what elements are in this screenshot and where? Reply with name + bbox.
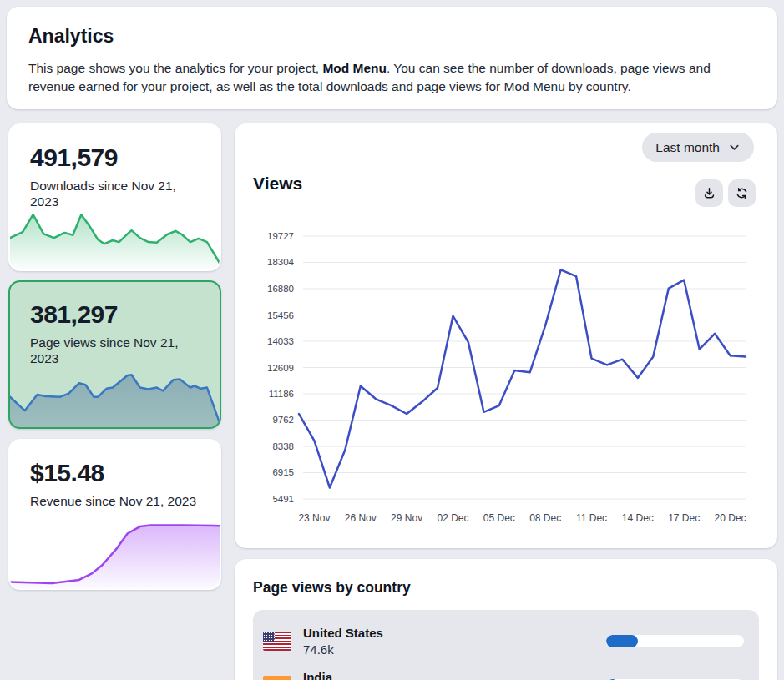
svg-text:5491: 5491 bbox=[272, 494, 294, 504]
revenue-sparkline bbox=[10, 518, 220, 588]
svg-text:14033: 14033 bbox=[267, 336, 294, 346]
download-icon bbox=[702, 186, 716, 200]
date-range-label: Last month bbox=[655, 140, 720, 155]
country-row-india: India bbox=[263, 663, 744, 680]
svg-text:08 Dec: 08 Dec bbox=[529, 512, 561, 524]
analytics-header-card: Analytics This page shows you the analyt… bbox=[7, 7, 777, 109]
svg-text:14 Dec: 14 Dec bbox=[622, 512, 654, 524]
chart-title: Views bbox=[253, 174, 302, 194]
svg-text:15456: 15456 bbox=[267, 310, 294, 320]
pageviews-count: 381,297 bbox=[30, 300, 200, 329]
svg-text:05 Dec: 05 Dec bbox=[483, 512, 515, 524]
download-button[interactable] bbox=[695, 179, 723, 207]
project-name: Mod Menu bbox=[322, 61, 387, 75]
country-row-united-states: United States 74.6k bbox=[263, 619, 744, 663]
revenue-amount: $15.48 bbox=[30, 459, 200, 487]
views-chart-card: 1972718304168801545614033126091118697628… bbox=[235, 123, 777, 548]
page-title: Analytics bbox=[28, 25, 756, 48]
stat-card-downloads[interactable]: 491,579 Downloads since Nov 21, 2023 bbox=[8, 123, 221, 271]
pageviews-label: Page views since Nov 21, 2023 bbox=[30, 335, 197, 367]
us-flag-icon bbox=[263, 632, 291, 651]
country-name: India bbox=[303, 670, 332, 680]
svg-text:11186: 11186 bbox=[269, 389, 294, 399]
country-panel-title: Page views by country bbox=[253, 579, 759, 597]
refresh-icon bbox=[735, 186, 749, 200]
country-name: United States bbox=[303, 626, 383, 640]
svg-text:16880: 16880 bbox=[267, 284, 294, 294]
svg-text:12609: 12609 bbox=[267, 363, 294, 373]
chevron-down-icon bbox=[728, 141, 741, 154]
svg-text:9762: 9762 bbox=[272, 415, 294, 425]
svg-text:23 Nov: 23 Nov bbox=[298, 512, 330, 524]
downloads-label: Downloads since Nov 21, 2023 bbox=[30, 179, 197, 210]
refresh-button[interactable] bbox=[728, 179, 756, 207]
svg-text:29 Nov: 29 Nov bbox=[391, 512, 422, 524]
svg-text:19727: 19727 bbox=[267, 231, 294, 241]
page-description: This page shows you the analytics for yo… bbox=[28, 59, 756, 96]
stat-card-revenue[interactable]: $15.48 Revenue since Nov 21, 2023 bbox=[8, 439, 221, 590]
svg-text:8338: 8338 bbox=[272, 441, 294, 451]
svg-text:20 Dec: 20 Dec bbox=[715, 512, 746, 524]
downloads-count: 491,579 bbox=[30, 144, 200, 172]
svg-text:26 Nov: 26 Nov bbox=[345, 512, 377, 524]
country-pageviews-value: 74.6k bbox=[303, 642, 383, 657]
pageviews-sparkline bbox=[10, 372, 220, 427]
svg-text:18304: 18304 bbox=[267, 257, 295, 267]
downloads-sparkline bbox=[10, 211, 220, 269]
country-progress-bar bbox=[606, 635, 744, 647]
revenue-label: Revenue since Nov 21, 2023 bbox=[30, 494, 197, 510]
pageviews-by-country-card: Page views by country United States 74.6… bbox=[235, 559, 777, 680]
svg-text:17 Dec: 17 Dec bbox=[668, 512, 700, 524]
date-range-dropdown[interactable]: Last month bbox=[642, 133, 754, 162]
india-flag-icon bbox=[263, 676, 291, 680]
country-list: United States 74.6k India bbox=[253, 610, 759, 680]
svg-text:6915: 6915 bbox=[272, 467, 294, 477]
svg-text:11 Dec: 11 Dec bbox=[576, 512, 607, 524]
stat-card-pageviews-selected[interactable]: 381,297 Page views since Nov 21, 2023 bbox=[8, 280, 221, 429]
svg-text:02 Dec: 02 Dec bbox=[437, 512, 468, 524]
